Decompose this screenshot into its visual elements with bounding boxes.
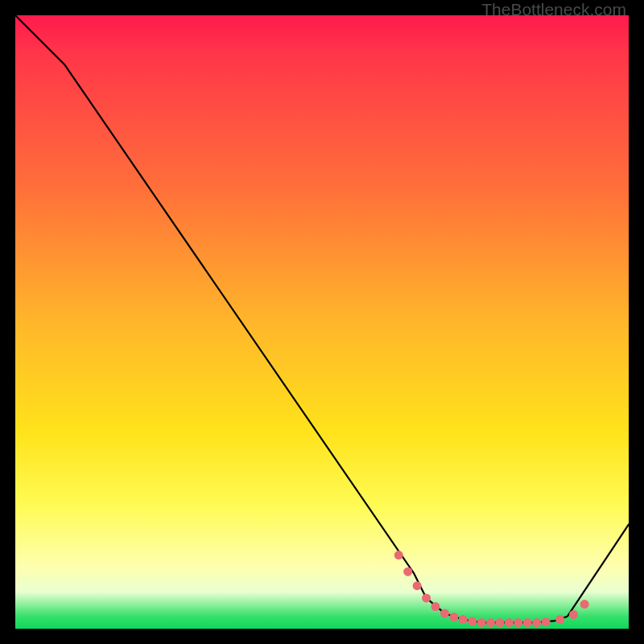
curve-marker bbox=[580, 600, 589, 609]
curve-line bbox=[15, 15, 629, 622]
curve-marker bbox=[403, 568, 412, 576]
curve-marker bbox=[486, 618, 495, 627]
curve-marker bbox=[477, 618, 486, 627]
curve-marker bbox=[468, 617, 477, 625]
curve-marker bbox=[394, 551, 403, 559]
curve-marker bbox=[542, 617, 551, 626]
curve-marker bbox=[422, 593, 431, 602]
curve-marker bbox=[449, 613, 458, 621]
curve-marker bbox=[440, 609, 449, 617]
curve-marker bbox=[514, 618, 522, 627]
curve-marker bbox=[569, 610, 578, 619]
plot-area bbox=[15, 15, 629, 629]
curve-marker bbox=[532, 618, 541, 627]
curve-marker bbox=[495, 618, 504, 627]
curve-marker bbox=[555, 615, 564, 624]
curve-marker bbox=[523, 618, 532, 627]
curve-marker bbox=[459, 615, 468, 624]
stage: TheBottleneck.com bbox=[0, 0, 644, 644]
curve-markers bbox=[394, 551, 589, 627]
curve-marker bbox=[505, 618, 514, 627]
curve-marker bbox=[413, 581, 422, 590]
curve-marker bbox=[431, 602, 440, 611]
chart-svg bbox=[15, 15, 629, 629]
watermark-text: TheBottleneck.com bbox=[481, 0, 626, 19]
